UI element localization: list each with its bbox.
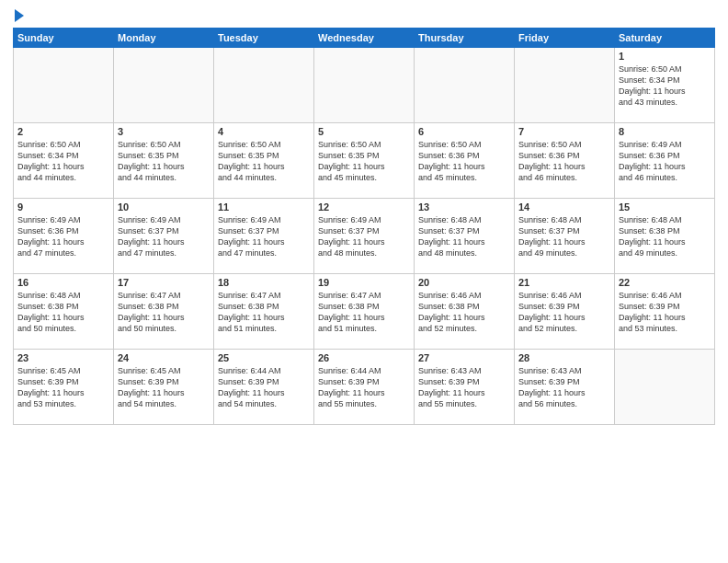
calendar-week-3: 9Sunrise: 6:49 AM Sunset: 6:36 PM Daylig… <box>14 199 715 274</box>
day-number: 15 <box>619 201 711 213</box>
day-number: 16 <box>17 277 109 288</box>
day-number: 3 <box>118 126 210 137</box>
day-info: Sunrise: 6:45 AM Sunset: 6:39 PM Dayligh… <box>118 365 210 410</box>
day-number: 9 <box>17 201 109 213</box>
logo-triangle-icon <box>15 9 24 22</box>
day-number: 19 <box>318 277 410 288</box>
day-info: Sunrise: 6:47 AM Sunset: 6:38 PM Dayligh… <box>118 290 210 335</box>
calendar-header-friday: Friday <box>515 29 615 48</box>
calendar-cell <box>214 48 314 123</box>
calendar-cell <box>515 48 615 123</box>
day-number: 2 <box>17 126 109 137</box>
calendar-cell: 26Sunrise: 6:44 AM Sunset: 6:39 PM Dayli… <box>314 350 415 425</box>
day-info: Sunrise: 6:46 AM Sunset: 6:38 PM Dayligh… <box>418 290 510 335</box>
day-number: 24 <box>118 352 210 363</box>
calendar-cell: 2Sunrise: 6:50 AM Sunset: 6:34 PM Daylig… <box>14 123 114 199</box>
logo <box>13 9 24 22</box>
day-number: 17 <box>118 277 210 288</box>
day-number: 28 <box>518 352 610 363</box>
calendar-header-row: SundayMondayTuesdayWednesdayThursdayFrid… <box>14 29 715 48</box>
calendar-cell: 1Sunrise: 6:50 AM Sunset: 6:34 PM Daylig… <box>615 48 715 123</box>
calendar-cell <box>114 48 214 123</box>
day-info: Sunrise: 6:50 AM Sunset: 6:36 PM Dayligh… <box>518 139 610 184</box>
calendar-header-monday: Monday <box>114 29 214 48</box>
calendar-cell: 18Sunrise: 6:47 AM Sunset: 6:38 PM Dayli… <box>214 274 314 350</box>
day-number: 14 <box>518 201 610 213</box>
day-info: Sunrise: 6:47 AM Sunset: 6:38 PM Dayligh… <box>318 290 410 335</box>
calendar-cell: 17Sunrise: 6:47 AM Sunset: 6:38 PM Dayli… <box>114 274 214 350</box>
calendar-header-sunday: Sunday <box>14 29 114 48</box>
calendar-header-wednesday: Wednesday <box>314 29 415 48</box>
day-info: Sunrise: 6:49 AM Sunset: 6:36 PM Dayligh… <box>17 214 109 259</box>
day-number: 21 <box>518 277 610 288</box>
day-info: Sunrise: 6:49 AM Sunset: 6:37 PM Dayligh… <box>118 214 210 259</box>
day-number: 6 <box>418 126 510 137</box>
day-number: 20 <box>418 277 510 288</box>
day-info: Sunrise: 6:47 AM Sunset: 6:38 PM Dayligh… <box>218 290 310 335</box>
day-number: 26 <box>318 352 410 363</box>
day-info: Sunrise: 6:49 AM Sunset: 6:36 PM Dayligh… <box>619 139 711 184</box>
calendar-cell: 21Sunrise: 6:46 AM Sunset: 6:39 PM Dayli… <box>515 274 615 350</box>
calendar-cell: 4Sunrise: 6:50 AM Sunset: 6:35 PM Daylig… <box>214 123 314 199</box>
calendar-cell: 8Sunrise: 6:49 AM Sunset: 6:36 PM Daylig… <box>615 123 715 199</box>
calendar-cell: 19Sunrise: 6:47 AM Sunset: 6:38 PM Dayli… <box>314 274 415 350</box>
day-number: 1 <box>619 51 711 62</box>
day-number: 11 <box>218 201 310 213</box>
calendar-week-2: 2Sunrise: 6:50 AM Sunset: 6:34 PM Daylig… <box>14 123 715 199</box>
calendar-cell: 6Sunrise: 6:50 AM Sunset: 6:36 PM Daylig… <box>415 123 515 199</box>
day-info: Sunrise: 6:50 AM Sunset: 6:35 PM Dayligh… <box>118 139 210 184</box>
day-number: 12 <box>318 201 410 213</box>
day-number: 18 <box>218 277 310 288</box>
day-info: Sunrise: 6:50 AM Sunset: 6:36 PM Dayligh… <box>418 139 510 184</box>
day-info: Sunrise: 6:46 AM Sunset: 6:39 PM Dayligh… <box>619 290 711 335</box>
calendar-cell: 22Sunrise: 6:46 AM Sunset: 6:39 PM Dayli… <box>615 274 715 350</box>
day-number: 22 <box>619 277 711 288</box>
day-info: Sunrise: 6:49 AM Sunset: 6:37 PM Dayligh… <box>318 214 410 259</box>
day-info: Sunrise: 6:44 AM Sunset: 6:39 PM Dayligh… <box>218 365 310 410</box>
day-number: 10 <box>118 201 210 213</box>
calendar-cell: 9Sunrise: 6:49 AM Sunset: 6:36 PM Daylig… <box>14 199 114 274</box>
calendar-cell: 12Sunrise: 6:49 AM Sunset: 6:37 PM Dayli… <box>314 199 415 274</box>
day-info: Sunrise: 6:50 AM Sunset: 6:34 PM Dayligh… <box>17 139 109 184</box>
day-info: Sunrise: 6:48 AM Sunset: 6:38 PM Dayligh… <box>619 214 711 259</box>
calendar-cell: 27Sunrise: 6:43 AM Sunset: 6:39 PM Dayli… <box>415 350 515 425</box>
day-number: 4 <box>218 126 310 137</box>
calendar-cell <box>14 48 114 123</box>
day-info: Sunrise: 6:50 AM Sunset: 6:35 PM Dayligh… <box>218 139 310 184</box>
day-number: 25 <box>218 352 310 363</box>
calendar-cell: 3Sunrise: 6:50 AM Sunset: 6:35 PM Daylig… <box>114 123 214 199</box>
calendar-cell: 10Sunrise: 6:49 AM Sunset: 6:37 PM Dayli… <box>114 199 214 274</box>
calendar-header-thursday: Thursday <box>415 29 515 48</box>
day-info: Sunrise: 6:46 AM Sunset: 6:39 PM Dayligh… <box>518 290 610 335</box>
day-number: 5 <box>318 126 410 137</box>
day-number: 13 <box>418 201 510 213</box>
day-info: Sunrise: 6:50 AM Sunset: 6:34 PM Dayligh… <box>619 63 711 109</box>
calendar-cell: 25Sunrise: 6:44 AM Sunset: 6:39 PM Dayli… <box>214 350 314 425</box>
calendar-cell: 13Sunrise: 6:48 AM Sunset: 6:37 PM Dayli… <box>415 199 515 274</box>
day-number: 7 <box>518 126 610 137</box>
calendar-cell: 24Sunrise: 6:45 AM Sunset: 6:39 PM Dayli… <box>114 350 214 425</box>
page: SundayMondayTuesdayWednesdayThursdayFrid… <box>0 0 728 563</box>
day-number: 27 <box>418 352 510 363</box>
day-number: 8 <box>619 126 711 137</box>
calendar-cell: 5Sunrise: 6:50 AM Sunset: 6:35 PM Daylig… <box>314 123 415 199</box>
calendar-cell <box>314 48 415 123</box>
calendar-week-5: 23Sunrise: 6:45 AM Sunset: 6:39 PM Dayli… <box>14 350 715 425</box>
calendar-week-1: 1Sunrise: 6:50 AM Sunset: 6:34 PM Daylig… <box>14 48 715 123</box>
calendar-header-tuesday: Tuesday <box>214 29 314 48</box>
calendar-cell: 23Sunrise: 6:45 AM Sunset: 6:39 PM Dayli… <box>14 350 114 425</box>
header <box>13 9 715 22</box>
day-info: Sunrise: 6:43 AM Sunset: 6:39 PM Dayligh… <box>418 365 510 410</box>
calendar-cell <box>615 350 715 425</box>
day-info: Sunrise: 6:48 AM Sunset: 6:37 PM Dayligh… <box>518 214 610 259</box>
calendar-cell: 16Sunrise: 6:48 AM Sunset: 6:38 PM Dayli… <box>14 274 114 350</box>
calendar-cell <box>415 48 515 123</box>
day-info: Sunrise: 6:48 AM Sunset: 6:38 PM Dayligh… <box>17 290 109 335</box>
day-info: Sunrise: 6:50 AM Sunset: 6:35 PM Dayligh… <box>318 139 410 184</box>
calendar-cell: 14Sunrise: 6:48 AM Sunset: 6:37 PM Dayli… <box>515 199 615 274</box>
calendar-table: SundayMondayTuesdayWednesdayThursdayFrid… <box>13 28 715 425</box>
day-info: Sunrise: 6:43 AM Sunset: 6:39 PM Dayligh… <box>518 365 610 410</box>
day-info: Sunrise: 6:48 AM Sunset: 6:37 PM Dayligh… <box>418 214 510 259</box>
calendar-cell: 20Sunrise: 6:46 AM Sunset: 6:38 PM Dayli… <box>415 274 515 350</box>
calendar-cell: 11Sunrise: 6:49 AM Sunset: 6:37 PM Dayli… <box>214 199 314 274</box>
